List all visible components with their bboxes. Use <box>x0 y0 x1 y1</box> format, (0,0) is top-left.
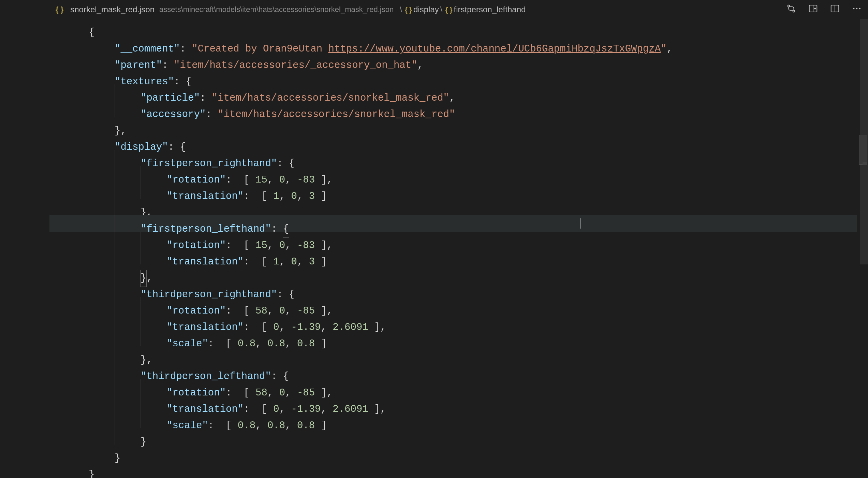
indent-guide <box>89 215 89 232</box>
code-line[interactable]: } <box>49 445 857 461</box>
line-content[interactable]: "thirdperson_lefthand": { <box>89 363 289 379</box>
line-content[interactable]: } <box>89 428 146 445</box>
code-line[interactable]: { <box>49 19 857 35</box>
code-line[interactable]: "rotation": [ 58, 0, -85 ], <box>49 297 857 314</box>
line-content[interactable]: }, <box>89 346 152 363</box>
gutter[interactable] <box>49 379 89 395</box>
line-content[interactable]: { <box>89 19 94 35</box>
code-line[interactable]: "parent": "item/hats/accessories/_access… <box>49 52 857 68</box>
minimap-viewport[interactable] <box>859 135 867 165</box>
gutter[interactable] <box>49 215 89 232</box>
gutter[interactable] <box>49 52 89 68</box>
gutter[interactable] <box>49 346 89 363</box>
breadcrumb-path[interactable]: assets\minecraft\models\item\hats\access… <box>159 5 394 14</box>
code-line[interactable]: "scale": [ 0.8, 0.8, 0.8 ] <box>49 330 857 346</box>
tab-filename[interactable]: snorkel_mask_red.json <box>70 5 155 14</box>
line-content[interactable]: "firstperson_lefthand": { <box>89 215 289 232</box>
line-content[interactable]: "thirdperson_righthand": { <box>89 281 295 297</box>
code-line[interactable]: "rotation": [ 15, 0, -83 ], <box>49 166 857 183</box>
indent-guide <box>89 183 89 199</box>
line-content[interactable]: }, <box>89 117 127 133</box>
gutter[interactable] <box>49 84 89 101</box>
breadcrumb-segment[interactable]: { }firstperson_lefthand <box>444 5 526 14</box>
gutter[interactable] <box>49 395 89 412</box>
editor-tab-bar[interactable]: { } snorkel_mask_red.json assets\minecra… <box>49 0 868 19</box>
line-content[interactable]: "translation": [ 0, -1.39, 2.6091 ], <box>89 395 386 412</box>
breadcrumb-segment[interactable]: { }display <box>403 5 439 14</box>
code-line[interactable]: "thirdperson_lefthand": { <box>49 363 857 379</box>
line-content[interactable]: "translation": [ 0, -1.39, 2.6091 ], <box>89 314 386 330</box>
line-content[interactable]: "textures": { <box>89 68 192 84</box>
line-content[interactable]: "scale": [ 0.8, 0.8, 0.8 ] <box>89 412 327 428</box>
gutter[interactable] <box>49 314 89 330</box>
line-content[interactable]: "translation": [ 1, 0, 3 ] <box>89 248 327 264</box>
gutter[interactable] <box>49 428 89 445</box>
line-content[interactable]: }, <box>89 264 152 281</box>
gutter[interactable] <box>49 133 89 150</box>
code-line[interactable]: "accessory": "item/hats/accessories/snor… <box>49 101 857 117</box>
line-content[interactable]: "rotation": [ 58, 0, -85 ], <box>89 379 333 395</box>
gutter[interactable] <box>49 330 89 346</box>
code-line[interactable]: "translation": [ 1, 0, 3 ] <box>49 248 857 264</box>
more-actions-icon[interactable] <box>852 3 862 16</box>
code-line[interactable]: "rotation": [ 15, 0, -83 ], <box>49 232 857 248</box>
gutter[interactable] <box>49 199 89 215</box>
code-line[interactable]: } <box>49 461 857 477</box>
code-line[interactable]: "translation": [ 1, 0, 3 ] <box>49 183 857 199</box>
code-line[interactable]: "__comment": "Created by Oran9eUtan http… <box>49 35 857 52</box>
gutter[interactable] <box>49 297 89 314</box>
gutter[interactable] <box>49 461 89 477</box>
line-content[interactable]: } <box>89 445 120 461</box>
line-content[interactable]: }, <box>89 199 152 215</box>
code-line[interactable]: "translation": [ 0, -1.39, 2.6091 ], <box>49 314 857 330</box>
code-line[interactable]: "scale": [ 0.8, 0.8, 0.8 ] <box>49 412 857 428</box>
code-line[interactable]: "textures": { <box>49 68 857 84</box>
gutter[interactable] <box>49 363 89 379</box>
line-content[interactable]: "parent": "item/hats/accessories/_access… <box>89 52 423 68</box>
split-editor-icon[interactable] <box>830 3 840 16</box>
gutter[interactable] <box>49 68 89 84</box>
gutter[interactable] <box>49 248 89 264</box>
line-content[interactable]: "display": { <box>89 133 186 150</box>
line-content[interactable]: "particle": "item/hats/accessories/snork… <box>89 84 455 101</box>
open-preview-icon[interactable] <box>808 3 818 16</box>
gutter[interactable] <box>49 166 89 183</box>
line-content[interactable]: "scale": [ 0.8, 0.8, 0.8 ] <box>89 330 327 346</box>
gutter[interactable] <box>49 19 89 35</box>
code-line[interactable]: }, <box>49 117 857 133</box>
gutter[interactable] <box>49 412 89 428</box>
breadcrumb-segments[interactable]: \{ }display\{ }firstperson_lefthand <box>398 5 526 14</box>
gutter[interactable] <box>49 35 89 52</box>
code-line[interactable]: }, <box>49 264 857 281</box>
gutter[interactable] <box>49 150 89 166</box>
code-line[interactable]: "display": { <box>49 133 857 150</box>
gutter[interactable] <box>49 183 89 199</box>
line-content[interactable]: "rotation": [ 15, 0, -83 ], <box>89 166 333 183</box>
gutter[interactable] <box>49 281 89 297</box>
editor-scroll-area[interactable]: {"__comment": "Created by Oran9eUtan htt… <box>49 19 857 478</box>
code-area[interactable]: {"__comment": "Created by Oran9eUtan htt… <box>49 19 857 477</box>
gutter[interactable] <box>49 232 89 248</box>
line-content[interactable]: "translation": [ 1, 0, 3 ] <box>89 183 327 199</box>
overview-ruler[interactable] <box>858 19 868 478</box>
line-content[interactable]: "firstperson_righthand": { <box>89 150 295 166</box>
code-line[interactable]: "thirdperson_righthand": { <box>49 281 857 297</box>
code-line[interactable]: }, <box>49 199 857 215</box>
line-content[interactable]: "__comment": "Created by Oran9eUtan http… <box>89 35 673 52</box>
gutter[interactable] <box>49 264 89 281</box>
code-line[interactable]: "rotation": [ 58, 0, -85 ], <box>49 379 857 395</box>
code-line[interactable]: } <box>49 428 857 445</box>
line-content[interactable]: "rotation": [ 15, 0, -83 ], <box>89 232 333 248</box>
code-line[interactable]: "firstperson_righthand": { <box>49 150 857 166</box>
code-line[interactable]: }, <box>49 346 857 363</box>
line-content[interactable]: } <box>89 461 94 477</box>
code-line[interactable]: "firstperson_lefthand": { <box>49 215 857 232</box>
gutter[interactable] <box>49 117 89 133</box>
gutter[interactable] <box>49 445 89 461</box>
line-content[interactable]: "rotation": [ 58, 0, -85 ], <box>89 297 333 314</box>
gutter[interactable] <box>49 101 89 117</box>
code-line[interactable]: "translation": [ 0, -1.39, 2.6091 ], <box>49 395 857 412</box>
compare-changes-icon[interactable] <box>786 3 796 16</box>
line-content[interactable]: "accessory": "item/hats/accessories/snor… <box>89 101 455 117</box>
code-line[interactable]: "particle": "item/hats/accessories/snork… <box>49 84 857 101</box>
